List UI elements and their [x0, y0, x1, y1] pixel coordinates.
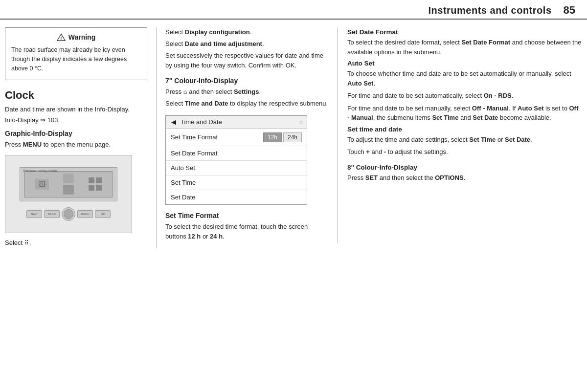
widget-row-set-time-format: Set Time Format 12h 24h	[166, 129, 307, 146]
set-time-date-heading: Set time and date	[347, 126, 582, 133]
widget-row-set-date: Set Date	[166, 190, 307, 204]
car-buttons-row: NAVI BACK MENU OK	[26, 207, 111, 221]
widget-row-label-5: Set Date	[171, 194, 196, 201]
btn-12h[interactable]: 12h	[263, 132, 282, 142]
time-date-widget: ◀ Time and Date ♫ Set Time Format 12h 24…	[165, 115, 307, 205]
car-screen-inner: 🖼	[24, 171, 113, 197]
widget-row-set-time: Set Time	[166, 175, 307, 190]
select-line: Select ⠿.	[5, 239, 147, 246]
warning-triangle-icon: !	[57, 33, 66, 42]
car-screen: 🖼	[20, 167, 117, 201]
auto-set-body3: For time and date to be set manually, se…	[347, 104, 582, 123]
btn-24h[interactable]: 24h	[283, 132, 302, 142]
set-time-date-body2: Touch + and - to adjust the settings.	[347, 147, 582, 157]
columns-container: ! Warning The road surface may already b…	[0, 20, 587, 256]
widget-row-label-1: Set Time Format	[171, 133, 218, 141]
screen-icon-row2	[89, 185, 102, 191]
warning-label: Warning	[68, 33, 95, 41]
page-container: Instruments and controls 85 ! Warning Th…	[0, 0, 587, 392]
screen-icon-group	[89, 177, 102, 191]
screen-dot1	[89, 177, 94, 183]
clock-heading: Clock	[5, 89, 147, 102]
car-btn-back: BACK	[44, 210, 60, 218]
widget-row-label-2: Set Date Format	[171, 150, 217, 157]
widget-row-label-4: Set Time	[171, 179, 196, 186]
clock-body2: Info-Display ⇒ 103.	[5, 116, 147, 124]
screen-middle-icons	[63, 174, 74, 195]
widget-header: ◀ Time and Date ♫	[166, 116, 307, 129]
screen-dot2	[96, 177, 102, 183]
section8-heading: 8" Colour-Info-Display	[347, 164, 582, 171]
widget-title: Time and Date	[181, 118, 222, 126]
select-icon: ⠿	[24, 240, 29, 246]
widget-row-label-3: Auto Set	[171, 164, 195, 172]
screen-dot3	[89, 185, 94, 191]
set-time-format-heading: Set Time Format	[165, 212, 328, 219]
car-btn-navi: NAVI	[26, 210, 42, 218]
set-date-format-body: To select the desired date format, selec…	[347, 38, 582, 57]
car-display-inner: 🖼	[5, 155, 132, 233]
middle-para3: Set successively the respective values f…	[165, 51, 328, 70]
widget-rows: Set Time Format 12h 24h Set Date Format …	[166, 129, 307, 204]
screen-dot4	[96, 185, 102, 191]
warning-box: ! Warning The road surface may already b…	[5, 27, 147, 80]
auto-set-body2: For time and date to be set automaticall…	[347, 91, 582, 101]
screen-icon1: 🖼	[35, 179, 49, 190]
car-btn-menu: MENU	[77, 210, 93, 218]
middle-para1: Select Display configuration.	[165, 27, 328, 37]
screen-icon3	[63, 185, 74, 195]
auto-set-heading: Auto Set	[347, 60, 582, 67]
middle-column: Select Display configuration. Select Dat…	[157, 27, 338, 243]
left-column: ! Warning The road surface may already b…	[5, 27, 157, 248]
auto-set-body1: To choose whether time and date are to b…	[347, 69, 582, 88]
screen-left-icons: 🖼	[35, 179, 49, 190]
svg-text:!: !	[60, 36, 62, 41]
section8-body1: Press SET and then select the OPTIONS.	[347, 173, 582, 183]
screen-label: Personal configuration	[23, 169, 57, 173]
widget-row-auto-set: Auto Set	[166, 161, 307, 175]
car-btn-center	[64, 209, 73, 219]
section7-para2: Select Time and Date to display the resp…	[165, 99, 328, 109]
clock-body1: Date and time are shown in the Info-Disp…	[5, 105, 147, 114]
screen-icon-row1	[89, 177, 102, 183]
set-time-format-body: To select the desired time format, touch…	[165, 222, 328, 241]
section7-heading: 7" Colour-Info-Display	[165, 77, 328, 85]
section7-para1: Press ⌂ and then select Settings.	[165, 87, 328, 97]
widget-header-left: ◀ Time and Date	[170, 118, 222, 126]
right-column: Set Date Format To select the desired da…	[338, 27, 582, 185]
warning-title: ! Warning	[11, 33, 141, 42]
set-date-format-heading: Set Date Format	[347, 28, 582, 36]
car-btn-round	[62, 207, 75, 221]
graphic-heading: Graphic-Info-Display	[5, 130, 147, 137]
widget-row-buttons-1[interactable]: 12h 24h	[263, 132, 302, 142]
car-btn-ok: OK	[95, 210, 111, 218]
page-number: 85	[564, 4, 575, 17]
graphic-body: Press MENU to open the menu page.	[5, 140, 147, 150]
screen-icon2	[63, 174, 74, 183]
page-title: Instruments and controls	[428, 5, 551, 16]
widget-back-icon: ◀	[170, 118, 178, 126]
middle-para2: Select Date and time adjustment.	[165, 39, 328, 49]
page-header: Instruments and controls 85	[0, 0, 587, 20]
set-time-date-body1: To adjust the time and date settings, se…	[347, 135, 582, 145]
widget-row-set-date-format: Set Date Format	[166, 146, 307, 161]
widget-corner-icon: ♫	[299, 119, 303, 125]
warning-text: The road surface may already be icy even…	[11, 45, 141, 73]
car-display-image: 🖼	[5, 155, 132, 233]
